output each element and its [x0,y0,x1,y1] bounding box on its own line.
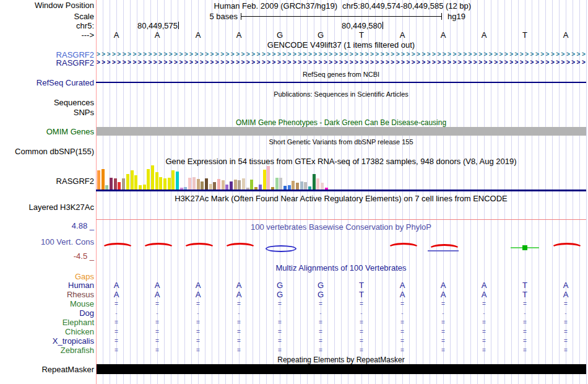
gtex-tissue-bar[interactable] [321,183,324,190]
gtex-tissue-bar[interactable] [238,180,241,190]
phylop-glyph-red-arc[interactable] [551,243,582,253]
gtex-tissue-bar[interactable] [110,178,113,190]
gtex-tissue-bar[interactable] [300,181,303,190]
phylop-glyph-red-arc-blue[interactable] [428,250,459,251]
phylop-glyph-red-arc[interactable] [102,243,133,253]
multiz-alignment-cell: = [233,318,245,326]
gtex-tissue-bar[interactable] [292,181,295,190]
phylop-glyph-red-arc[interactable] [388,243,419,253]
multiz-alignment-cell: = [560,328,572,336]
gtex-tissue-bar[interactable] [213,182,216,190]
gtex-tissue-bar[interactable] [171,170,175,190]
gtex-tissue-bar[interactable] [304,182,307,190]
multiz-alignment-cell: = [233,328,245,336]
gencode-transcript-arrows[interactable]: >>>>>>>>>>>>>>>>>>>>>>>>>>>>>>>>>>>>>>>>… [97,51,586,58]
multiz-alignment-cell: A [437,290,449,299]
gtex-tissue-bar[interactable] [114,178,117,190]
gtex-tissue-bar[interactable] [222,180,225,190]
gtex-tissue-bar[interactable] [316,178,319,190]
gtex-tissue-bar[interactable] [126,174,129,190]
multiz-alignment-cell: - [151,309,163,317]
multiz-alignment-cell: - [478,309,490,317]
multiz-alignment-cell: = [396,346,409,354]
repeatmasker-bar[interactable] [97,364,586,374]
sequence-base: A [478,31,490,39]
gtex-tissue-bar[interactable] [139,185,142,190]
gtex-tissue-bar[interactable] [143,185,146,190]
gtex-tissue-bar[interactable] [234,180,237,190]
gtex-tissue-bar[interactable] [97,170,100,190]
multiz-alignment-cell: - [519,309,531,317]
multiz-alignment-cell: = [192,346,204,354]
phylop-glyph-green-line-square[interactable] [522,245,527,250]
multiz-species-label: Elephant [63,318,94,327]
gtex-tissue-bar[interactable] [134,175,137,190]
gencode-transcript-arrows[interactable]: >>>>>>>>>>>>>>>>>>>>>>>>>>>>>>>>>>>>>>>>… [97,59,586,66]
gtex-tissue-bar[interactable] [192,177,196,190]
sequence-base: G [314,31,327,39]
gtex-tissue-bar[interactable] [242,178,245,190]
gtex-tissue-bar[interactable] [279,178,282,190]
multiz-alignment-cell: = [396,318,409,326]
omim-track-title: OMIM Gene Phenotypes - Dark Green Can Be… [96,119,586,127]
multiz-alignment-cell: A [478,281,490,289]
gtex-tissue-bar[interactable] [168,178,171,190]
phylop-glyph-red-arc-blue[interactable] [429,244,460,254]
h3k27ac-track-label[interactable]: Layered H3K27Ac [28,203,94,212]
gencode-item-label[interactable]: RASGRF2 [56,59,94,68]
dbsnp-track-label[interactable]: Common dbSNP(155) [15,147,94,156]
gtex-tissue-bar[interactable] [176,172,179,190]
gtex-tissue-bar[interactable] [267,166,270,190]
sequences-track-label[interactable]: Sequences [54,98,94,107]
multiz-alignment-cell: = [437,318,449,326]
gtex-tissue-bar[interactable] [102,169,105,190]
gtex-tissue-bar[interactable] [163,178,166,190]
gtex-tissue-bar[interactable] [230,181,233,190]
gtex-tissue-bar[interactable] [147,169,150,190]
gtex-tissue-bar[interactable] [250,180,253,190]
gtex-tissue-bar[interactable] [155,172,158,190]
gtex-tissue-bar[interactable] [263,170,266,190]
gtex-tissue-bar[interactable] [205,178,208,190]
gtex-tissue-bar[interactable] [296,183,299,190]
gtex-tissue-bar[interactable] [118,182,121,190]
refseq-gene-line[interactable] [96,82,586,83]
multiz-alignment-cell: A [478,290,490,299]
gtex-tissue-bar[interactable] [313,174,316,190]
multiz-species-label: Mouse [70,300,94,308]
refseq-curated-label[interactable]: RefSeq Curated [37,79,94,87]
gtex-expression-bars[interactable] [97,164,329,190]
gtex-gene-label[interactable]: RASGRF2 [56,177,94,186]
omim-genes-label[interactable]: OMIM Genes [46,128,94,136]
gtex-tissue-bar[interactable] [275,178,279,190]
phylop-glyph-red-arc[interactable] [184,243,215,253]
multiz-alignment-cell: = [560,346,572,354]
multiz-alignment-cell: A [437,281,449,289]
multiz-alignment-cell: G [314,281,327,289]
phylop-glyph-red-arc[interactable] [143,243,174,253]
snps-track-label[interactable]: SNPs [74,108,94,117]
multiz-alignment-cell: A [151,281,163,289]
gtex-tissue-bar[interactable] [151,165,154,190]
gtex-tissue-bar[interactable] [225,185,228,190]
phylop-glyph-red-arc[interactable] [225,243,256,253]
repeatmasker-label[interactable]: RepeatMasker [41,365,94,374]
gtex-tissue-bar[interactable] [209,184,212,190]
phylop-track-label[interactable]: 100 Vert. Cons [41,238,94,247]
gtex-tissue-bar[interactable] [201,181,204,190]
gtex-tissue-bar[interactable] [288,185,291,190]
gtex-tissue-bar[interactable] [217,179,220,190]
multiz-alignment-cell: = [396,337,409,345]
gtex-tissue-bar[interactable] [259,185,262,190]
gtex-tissue-bar[interactable] [188,178,191,190]
gtex-tissue-bar[interactable] [131,170,134,190]
gtex-tissue-bar[interactable] [197,179,200,190]
omim-gene-bar[interactable] [97,127,586,136]
gtex-tissue-bar[interactable] [122,178,125,190]
gtex-tissue-bar[interactable] [159,177,162,190]
multiz-alignment-cell: = [192,328,204,336]
gtex-tissue-bar[interactable] [105,185,108,190]
multiz-alignment-cell: = [396,300,409,308]
phylop-glyph-blue-lens[interactable] [266,245,296,252]
multiz-alignment-cell: - [274,309,286,317]
